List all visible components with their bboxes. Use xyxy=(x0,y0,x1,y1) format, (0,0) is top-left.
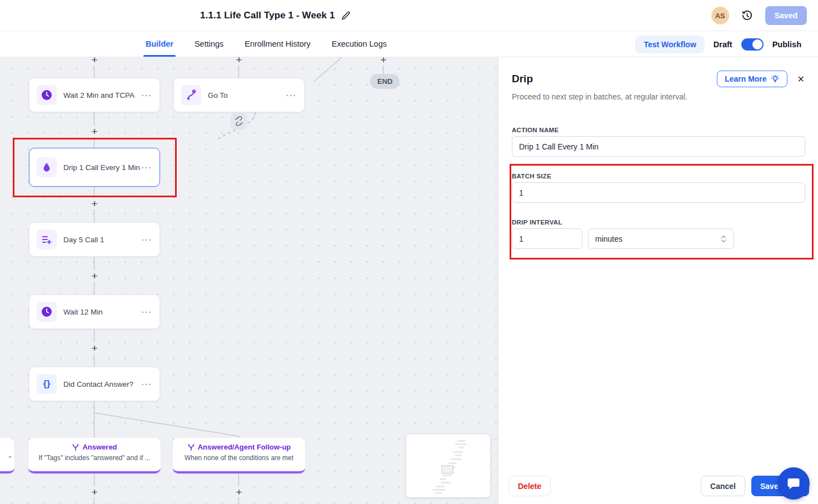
node-label: Wait 2 Min and TCPA xyxy=(63,91,142,99)
branch-card-agent-follow-up[interactable]: Answered/Agent Follow-up When none of th… xyxy=(173,438,305,473)
action-name-label: ACTION NAME xyxy=(512,127,805,133)
draft-publish-toggle[interactable] xyxy=(741,38,764,51)
drip-interval-label: DRIP INTERVAL xyxy=(512,219,805,226)
branch-condition: " xyxy=(0,455,14,463)
minimap[interactable] xyxy=(406,435,490,497)
branch-title: Answered xyxy=(82,443,117,451)
branch-card-answered[interactable]: Answered If "Tags" includes "answered" a… xyxy=(28,438,161,473)
panel-description: Proceed to next step in batches, at regu… xyxy=(512,92,805,101)
action-config-panel: Drip Learn More ✕ Proceed to next step i… xyxy=(498,57,818,504)
node-menu-icon[interactable]: ··· xyxy=(142,163,153,172)
branch-condition: If "Tags" includes "answered" and if ... xyxy=(28,454,161,462)
cancel-button[interactable]: Cancel xyxy=(701,476,745,496)
list-plus-icon xyxy=(37,229,57,249)
node-label: Did Contact Answer? xyxy=(63,380,142,388)
node-menu-icon[interactable]: ··· xyxy=(142,380,153,389)
drip-interval-input[interactable] xyxy=(512,228,582,249)
workflow-title: 1.1.1 Life Call Type 1 - Week 1 xyxy=(200,10,335,21)
add-step-button[interactable]: + xyxy=(90,486,98,498)
node-drip[interactable]: Drip 1 Call Every 1 Min ··· xyxy=(29,148,160,187)
droplet-icon xyxy=(37,157,57,177)
branch-icon xyxy=(187,443,195,451)
braces-icon: {} xyxy=(37,374,57,394)
edit-title-icon[interactable] xyxy=(341,11,351,21)
add-step-button[interactable]: + xyxy=(235,57,243,66)
node-label: Go To xyxy=(208,91,286,99)
tab-builder[interactable]: Builder xyxy=(146,31,173,57)
history-icon[interactable] xyxy=(741,10,753,22)
add-step-button[interactable]: + xyxy=(90,57,98,66)
interval-unit-value: minutes xyxy=(595,234,720,243)
node-did-contact-answer[interactable]: {} Did Contact Answer? ··· xyxy=(29,367,160,401)
node-wait-12-min[interactable]: Wait 12 Min ··· xyxy=(29,295,160,329)
node-go-to[interactable]: Go To ··· xyxy=(173,78,305,112)
publish-label: Publish xyxy=(772,40,801,49)
workflow-canvas[interactable]: + + + + + + + + + END Wait 2 Min and TCP… xyxy=(0,57,498,504)
node-wait-2-min-tcpa[interactable]: Wait 2 Min and TCPA ··· xyxy=(29,78,160,112)
batch-size-input[interactable] xyxy=(512,182,805,203)
node-menu-icon[interactable]: ··· xyxy=(142,307,153,317)
draft-label: Draft xyxy=(714,40,732,49)
branch-card-partial[interactable]: " xyxy=(0,438,14,473)
chat-widget-button[interactable] xyxy=(777,467,810,500)
node-label: Wait 12 Min xyxy=(63,308,142,316)
node-menu-icon[interactable]: ··· xyxy=(286,91,297,100)
node-label: Day 5 Call 1 xyxy=(63,236,142,244)
branch-icon xyxy=(72,443,79,451)
clock-icon xyxy=(37,85,57,105)
chat-bubble-icon xyxy=(786,476,801,491)
avatar[interactable]: AS xyxy=(711,7,729,24)
node-menu-icon[interactable]: ··· xyxy=(142,235,153,244)
test-workflow-button[interactable]: Test Workflow xyxy=(635,36,704,53)
learn-more-label: Learn More xyxy=(725,74,766,83)
add-step-button[interactable]: + xyxy=(90,126,98,137)
tab-bar: Builder Settings Enrollment History Exec… xyxy=(0,31,818,57)
broken-link-icon[interactable] xyxy=(231,113,247,129)
node-label: Drip 1 Call Every 1 Min xyxy=(63,163,142,172)
action-name-input[interactable] xyxy=(512,136,805,157)
add-step-button[interactable]: + xyxy=(90,270,98,282)
branch-condition: When none of the conditions are met xyxy=(173,454,305,462)
learn-more-button[interactable]: Learn More xyxy=(717,71,787,87)
interval-unit-select[interactable]: minutes xyxy=(588,228,734,249)
tab-enrollment-history[interactable]: Enrollment History xyxy=(245,31,310,57)
add-step-button[interactable]: + xyxy=(90,198,98,209)
route-icon xyxy=(181,85,201,105)
add-step-button[interactable]: + xyxy=(379,57,387,66)
end-badge: END xyxy=(370,74,400,89)
chevron-updown-icon xyxy=(720,234,727,243)
saved-button[interactable]: Saved xyxy=(765,6,807,25)
node-day-5-call-1[interactable]: Day 5 Call 1 ··· xyxy=(29,222,160,257)
app-header: 1.1.1 Life Call Type 1 - Week 1 AS Saved xyxy=(0,0,818,31)
tab-execution-logs[interactable]: Execution Logs xyxy=(332,31,387,57)
lightbulb-icon xyxy=(771,74,780,83)
batch-size-label: BATCH SIZE xyxy=(512,173,805,179)
node-menu-icon[interactable]: ··· xyxy=(142,91,153,100)
clock-icon xyxy=(37,302,57,322)
delete-button[interactable]: Delete xyxy=(508,476,551,496)
tab-settings[interactable]: Settings xyxy=(194,31,223,57)
close-icon[interactable]: ✕ xyxy=(797,74,805,84)
add-step-button[interactable]: + xyxy=(90,342,98,354)
add-step-button[interactable]: + xyxy=(235,486,243,498)
branch-title: Answered/Agent Follow-up xyxy=(198,443,291,451)
panel-title: Drip xyxy=(512,73,717,85)
